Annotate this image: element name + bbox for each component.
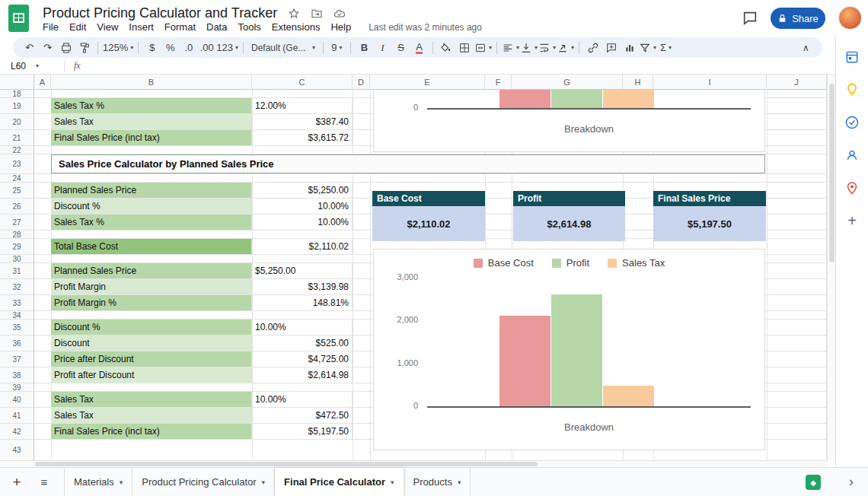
value-cell-c19[interactable]: 12.00%	[252, 98, 353, 113]
row-header-41[interactable]: 41	[0, 408, 34, 423]
value-cell-c33[interactable]: 148.81%	[252, 295, 353, 310]
cell-a36[interactable]	[34, 335, 51, 351]
value-cell-c31[interactable]: $5,250.00	[252, 263, 353, 278]
horizontal-scrollbar[interactable]	[0, 461, 827, 467]
menu-view[interactable]: View	[91, 21, 123, 33]
value-cell-c37[interactable]: $4,725.00	[252, 351, 353, 367]
chevron-down-icon[interactable]: ▾	[120, 479, 123, 486]
row-header-25[interactable]: 25	[0, 183, 34, 198]
value-cell-c29[interactable]: $2,110.02	[252, 239, 353, 254]
get-addons-button[interactable]: +	[842, 211, 862, 231]
label-cell-b38[interactable]: Profit after Discount	[51, 367, 252, 383]
label-cell-b42[interactable]: Final Sales Price (incl tax)	[51, 424, 252, 439]
fill-color-button[interactable]	[438, 39, 455, 56]
value-cell-c38[interactable]: $2,614.98	[252, 367, 353, 383]
row-header-36[interactable]: 36	[0, 335, 34, 351]
sheet-tab-materials[interactable]: Materials▾	[64, 468, 132, 496]
explore-button[interactable]: ◆	[806, 475, 821, 490]
cell-a19[interactable]	[34, 98, 51, 113]
row-header-19[interactable]: 19	[0, 98, 34, 113]
label-cell-b36[interactable]: Discount	[51, 335, 252, 351]
account-avatar[interactable]	[838, 6, 862, 30]
row-header-28[interactable]: 28	[0, 231, 34, 238]
chevron-down-icon[interactable]: ▾	[458, 479, 461, 486]
bold-button[interactable]: B	[356, 39, 373, 56]
vertical-scrollbar-thumb[interactable]	[829, 84, 834, 262]
cell-a25[interactable]	[34, 183, 51, 198]
create-filter-dropdown[interactable]: ▾	[639, 39, 656, 56]
value-cell-c27[interactable]: 10.00%	[252, 215, 353, 230]
menu-edit[interactable]: Edit	[64, 21, 91, 33]
contacts-button[interactable]	[842, 145, 862, 165]
font-size-dropdown[interactable]: 9▾	[328, 39, 346, 56]
menu-insert[interactable]: Insert	[123, 21, 159, 33]
column-header-G[interactable]: G	[512, 75, 623, 89]
label-cell-b31[interactable]: Planned Sales Price	[51, 263, 252, 278]
value-cell-c41[interactable]: $472.50	[252, 408, 353, 423]
row-header-26[interactable]: 26	[0, 199, 34, 214]
column-header-I[interactable]: I	[653, 75, 767, 89]
value-cell-c40[interactable]: 10.00%	[252, 392, 353, 407]
row-header-24[interactable]: 24	[0, 174, 34, 182]
label-cell-b41[interactable]: Sales Tax	[51, 408, 252, 423]
label-cell-b37[interactable]: Price after Discount	[51, 351, 252, 367]
column-header-E[interactable]: E	[370, 75, 485, 89]
grid-body[interactable]: 1819Sales Tax %12.00%20Sales Tax$387.402…	[0, 90, 827, 461]
label-cell-b32[interactable]: Profit Margin	[51, 279, 252, 294]
row-header-43[interactable]: 43	[0, 440, 34, 460]
row-header-39[interactable]: 39	[0, 383, 34, 391]
row-header-34[interactable]: 34	[0, 311, 34, 319]
label-cell-b27[interactable]: Sales Tax %	[51, 215, 252, 230]
menu-file[interactable]: File	[37, 21, 64, 33]
calendar-button[interactable]	[842, 47, 862, 67]
comment-history-button[interactable]	[737, 5, 763, 31]
tasks-button[interactable]	[842, 113, 862, 132]
strikethrough-button[interactable]: S	[392, 39, 410, 56]
row-header-30[interactable]: 30	[0, 255, 34, 262]
hide-toolbar-button[interactable]: ∧	[797, 39, 815, 56]
text-rotation-dropdown[interactable]: ▾	[557, 39, 574, 56]
merge-cells-dropdown[interactable]: ▾	[474, 39, 492, 56]
cell-a21[interactable]	[34, 130, 51, 145]
column-header-B[interactable]: B	[51, 75, 252, 89]
label-cell-b25[interactable]: Planned Sales Price	[51, 183, 252, 198]
row-header-38[interactable]: 38	[0, 367, 34, 383]
format-currency-button[interactable]: $	[143, 39, 161, 56]
value-cell-c35[interactable]: 10.00%	[252, 320, 353, 335]
column-header-D[interactable]: D	[353, 75, 370, 89]
row-header-33[interactable]: 33	[0, 295, 34, 310]
label-cell-b21[interactable]: Final Sales Price (incl tax)	[51, 130, 252, 145]
more-formats-dropdown[interactable]: 123▾	[216, 39, 238, 56]
zoom-dropdown[interactable]: 125%▾	[103, 39, 133, 56]
row-header-31[interactable]: 31	[0, 263, 34, 278]
cell-a29[interactable]	[34, 239, 51, 254]
cell-a32[interactable]	[34, 279, 51, 294]
move-button[interactable]	[311, 8, 323, 20]
formula-input[interactable]	[81, 58, 835, 74]
row-header-29[interactable]: 29	[0, 239, 34, 254]
column-header-A[interactable]: A	[34, 75, 51, 89]
cell-a38[interactable]	[34, 367, 51, 383]
print-button[interactable]	[57, 39, 75, 56]
row-header-27[interactable]: 27	[0, 215, 34, 230]
row-header-23[interactable]: 23	[0, 154, 34, 173]
column-header-F[interactable]: F	[485, 75, 512, 89]
label-cell-b35[interactable]: Discount %	[51, 320, 252, 335]
value-cell-c25[interactable]: $5,250.00	[252, 183, 353, 198]
column-header-H[interactable]: H	[623, 75, 653, 89]
cell-a42[interactable]	[34, 424, 51, 439]
cell-a37[interactable]	[34, 351, 51, 367]
font-family-dropdown[interactable]: Default (Ge...▾	[248, 39, 318, 56]
sheets-logo-icon[interactable]	[8, 5, 29, 32]
row-header-22[interactable]: 22	[0, 146, 34, 154]
vertical-align-dropdown[interactable]: ▾	[520, 39, 538, 56]
row-header-35[interactable]: 35	[0, 320, 34, 335]
star-button[interactable]	[288, 8, 300, 20]
cell-a33[interactable]	[34, 295, 51, 310]
sheet-tab-products[interactable]: Products▾	[404, 468, 471, 496]
vertical-scrollbar[interactable]	[827, 75, 835, 461]
value-cell-c21[interactable]: $3,615.72	[252, 130, 353, 145]
borders-button[interactable]	[456, 39, 474, 56]
row-header-21[interactable]: 21	[0, 130, 34, 145]
share-button[interactable]: Share	[771, 8, 825, 29]
